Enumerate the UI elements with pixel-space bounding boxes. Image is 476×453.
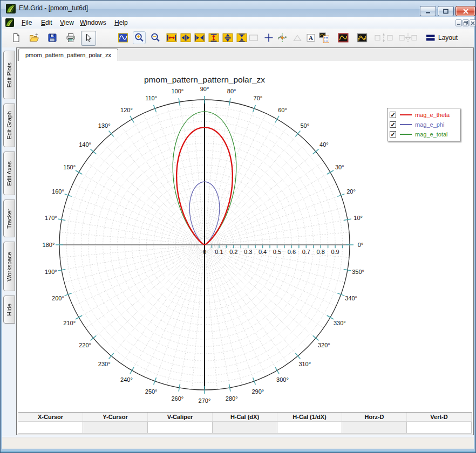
- open-file-icon[interactable]: [28, 32, 40, 44]
- svg-text:0°: 0°: [358, 242, 364, 248]
- sidebar-tab-edit-graph[interactable]: Edit Graph: [3, 104, 15, 147]
- add-text-icon[interactable]: A: [305, 32, 317, 44]
- menu-file[interactable]: File: [19, 17, 34, 29]
- split-horizontal-icon: [398, 32, 418, 44]
- zoom-out-icon[interactable]: [149, 32, 161, 44]
- legend-row-mag_e_total: ✓mag_e_total: [390, 129, 458, 139]
- sidebar-tab-label: Edit Axes: [6, 161, 12, 186]
- sidebar-tab-edit-plots[interactable]: Edit Plots: [3, 51, 15, 99]
- print-icon[interactable]: [65, 32, 77, 44]
- v-zoom-in-icon[interactable]: [236, 32, 248, 44]
- svg-text:0.4: 0.4: [259, 249, 267, 255]
- svg-text:70°: 70°: [254, 95, 263, 101]
- window-title: EM.Grid - [pmom_tut6d]: [19, 4, 88, 12]
- svg-text:30°: 30°: [335, 164, 344, 170]
- svg-text:200°: 200°: [52, 295, 64, 301]
- legend-checkbox-mag_e_phi[interactable]: ✓: [390, 121, 396, 128]
- graph-panel: pmom_pattern_pattern_polar_zx 0°10°20°30…: [16, 47, 474, 435]
- chart-area: 0°10°20°30°40°50°60°70°80°90°100°110°120…: [17, 61, 473, 435]
- menu-windows[interactable]: Windows: [78, 17, 108, 29]
- mdi-restore-button[interactable]: [463, 19, 469, 26]
- sidebar-tab-workspace[interactable]: Workspace: [3, 242, 15, 291]
- select-rect-icon: [248, 32, 260, 44]
- svg-text:0.7: 0.7: [302, 249, 310, 255]
- mdi-minimize-button[interactable]: [455, 19, 462, 26]
- svg-text:220°: 220°: [79, 342, 91, 348]
- menu-view[interactable]: View: [58, 17, 76, 29]
- svg-text:210°: 210°: [63, 320, 76, 326]
- zoom-in-icon[interactable]: [133, 31, 146, 44]
- svg-text:320°: 320°: [318, 342, 330, 348]
- document-tab[interactable]: pmom_pattern_pattern_polar_zx: [18, 49, 118, 61]
- sidebar-tab-label: Hide: [6, 304, 12, 316]
- v-autoscale-icon[interactable]: [208, 32, 220, 44]
- svg-text:270°: 270°: [199, 397, 211, 404]
- single-graph-icon[interactable]: [337, 32, 349, 44]
- document-tabbar: pmom_pattern_pattern_polar_zx: [17, 48, 473, 61]
- document-tab-label: pmom_pattern_pattern_polar_zx: [25, 52, 111, 58]
- legend-checkbox-mag_e_total[interactable]: ✓: [390, 131, 396, 138]
- readout-header-h-cal-dx-: H-Cal (dX): [213, 413, 277, 421]
- legend-checkbox-mag_e_theta[interactable]: ✓: [390, 112, 396, 118]
- multi-graph-icon[interactable]: [356, 32, 368, 44]
- sidebar-tab-hide[interactable]: Hide: [3, 296, 15, 324]
- statusbar: [2, 437, 474, 449]
- minimize-button[interactable]: [420, 6, 436, 16]
- sidebar-tab-tracker[interactable]: Tracker: [3, 200, 15, 237]
- radial-labels: 00.10.20.30.40.50.60.70.80.9: [203, 249, 339, 255]
- h-autoscale-icon[interactable]: [166, 32, 178, 44]
- chart-legend: ✓mag_e_theta✓mag_e_phi✓mag_e_total: [387, 108, 460, 141]
- legend-line-swatch: [400, 124, 412, 125]
- titlebar: EM.Grid - [pmom_tut6d]: [1, 1, 475, 17]
- fit-view-icon[interactable]: [117, 32, 129, 44]
- readout-value-6: [407, 422, 472, 434]
- readout-header-h-cal-1-dx-: H-Cal (1/dX): [277, 413, 342, 421]
- app-icon: [6, 4, 16, 13]
- svg-text:0.5: 0.5: [273, 249, 281, 255]
- menubar: FileEditViewWindowsHelp: [2, 17, 474, 29]
- close-button[interactable]: [455, 6, 475, 16]
- pointer-tool-icon[interactable]: [81, 31, 96, 46]
- svg-text:240°: 240°: [120, 376, 133, 383]
- readout-header-y-cursor: Y-Cursor: [83, 413, 148, 421]
- h-zoom-in-icon[interactable]: [194, 32, 206, 44]
- svg-text:280°: 280°: [226, 395, 238, 402]
- sidebar-tab-edit-axes[interactable]: Edit Axes: [3, 152, 15, 195]
- split-vertical-icon: [374, 32, 393, 44]
- crosshair-cursor-icon[interactable]: [263, 32, 275, 44]
- svg-text:350°: 350°: [352, 269, 364, 275]
- svg-text:0.2: 0.2: [229, 249, 237, 255]
- svg-text:110°: 110°: [145, 95, 157, 101]
- peak-marker-icon: [291, 32, 303, 44]
- svg-text:180°: 180°: [43, 242, 55, 248]
- v-zoom-out-icon[interactable]: [222, 32, 234, 44]
- sidebar-tab-label: Edit Graph: [6, 111, 12, 140]
- tracker-tool-icon[interactable]: [276, 32, 288, 44]
- maximize-button[interactable]: [438, 6, 454, 16]
- plot-list-icon[interactable]: [318, 32, 330, 44]
- readout-header-vert-d: Vert-D: [407, 413, 472, 421]
- mdi-close-button[interactable]: [470, 19, 476, 26]
- menu-help[interactable]: Help: [112, 17, 130, 29]
- h-zoom-out-icon[interactable]: [180, 32, 192, 44]
- layout-icon[interactable]: [425, 32, 437, 44]
- legend-row-mag_e_phi: ✓mag_e_phi: [390, 120, 458, 129]
- new-file-icon[interactable]: [10, 32, 22, 44]
- legend-line-swatch: [400, 134, 412, 135]
- svg-text:310°: 310°: [298, 361, 311, 367]
- sidebar-tab-label: Tracker: [6, 209, 12, 229]
- legend-line-swatch: [400, 114, 412, 115]
- window-frame-edge: [1, 451, 475, 452]
- readout-header-v-caliper: V-Caliper: [148, 413, 213, 421]
- save-file-icon[interactable]: [46, 32, 58, 44]
- menu-edit[interactable]: Edit: [39, 17, 55, 29]
- svg-text:0.1: 0.1: [215, 249, 223, 255]
- svg-text:160°: 160°: [52, 188, 64, 195]
- svg-text:290°: 290°: [251, 388, 264, 395]
- readout-value-0: [18, 422, 83, 434]
- readout-value-4: [277, 422, 342, 434]
- svg-text:80°: 80°: [227, 88, 236, 94]
- legend-label: mag_e_total: [415, 131, 448, 138]
- readout-header-row: X-CursorY-CursorV-CaliperH-Cal (dX)H-Cal…: [18, 413, 472, 422]
- svg-text:340°: 340°: [345, 295, 357, 301]
